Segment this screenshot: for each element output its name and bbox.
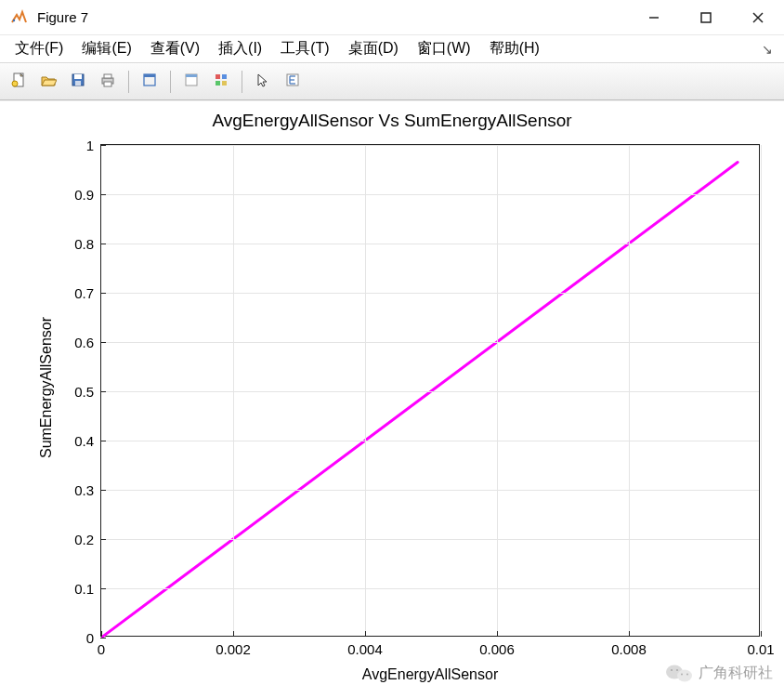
x-tick-label: 0.008 — [611, 636, 647, 657]
layout-icon — [141, 72, 158, 91]
gridline — [101, 342, 759, 343]
close-button[interactable] — [732, 0, 784, 35]
y-tick-label: 0.8 — [74, 236, 101, 252]
insert-button[interactable] — [280, 69, 306, 95]
svg-rect-10 — [75, 81, 81, 86]
new-file-button[interactable] — [6, 69, 32, 95]
svg-rect-12 — [104, 74, 111, 78]
gridline — [233, 145, 234, 636]
menu-insert[interactable]: 插入(I) — [211, 37, 269, 60]
y-tick-label: 0.9 — [74, 187, 101, 203]
y-tick-label: 0.3 — [74, 482, 101, 498]
insert-icon — [284, 72, 301, 91]
svg-rect-9 — [74, 74, 82, 79]
grid-button[interactable] — [208, 69, 234, 95]
series-line — [101, 163, 738, 638]
figure-canvas[interactable]: AvgEnergyAllSensor Vs SumEnergyAllSensor… — [0, 100, 784, 698]
menu-tools[interactable]: 工具(T) — [273, 37, 336, 60]
minimize-button[interactable] — [628, 0, 680, 35]
menu-view[interactable]: 查看(V) — [143, 37, 207, 60]
x-axis-label: AvgEnergyAllSensor — [362, 666, 498, 683]
svg-rect-18 — [216, 74, 220, 79]
print-button[interactable] — [95, 69, 121, 95]
svg-rect-19 — [222, 74, 227, 79]
toolbar-separator — [128, 71, 129, 93]
new-file-icon — [10, 72, 27, 91]
toolbar — [0, 63, 784, 100]
gridline — [101, 588, 759, 589]
gridline — [101, 391, 759, 392]
gridline — [365, 145, 366, 636]
x-tick-label: 0.002 — [216, 636, 251, 657]
maximize-button[interactable] — [680, 0, 732, 35]
svg-rect-2 — [701, 13, 711, 22]
gridline — [101, 244, 759, 244]
figure-icon — [183, 72, 200, 91]
y-tick-label: 0.4 — [74, 433, 101, 449]
x-tick-label: 0 — [98, 636, 105, 657]
svg-rect-21 — [222, 81, 227, 86]
svg-rect-17 — [186, 74, 197, 77]
chart-title: AvgEnergyAllSensor Vs SumEnergyAllSensor — [7, 109, 777, 135]
svg-rect-15 — [144, 74, 155, 77]
plot-axes[interactable]: 00.10.20.30.40.50.60.70.80.9100.0020.004… — [100, 144, 760, 637]
open-folder-icon — [40, 72, 57, 91]
menu-desktop[interactable]: 桌面(D) — [341, 37, 406, 60]
gridline — [101, 145, 759, 146]
window-titlebar: Figure 7 — [0, 0, 784, 35]
gridline — [101, 293, 759, 294]
gridline — [761, 145, 762, 636]
y-tick-label: 0.7 — [74, 285, 101, 301]
gridline — [101, 194, 759, 195]
y-tick-label: 0.5 — [74, 384, 101, 400]
menu-window[interactable]: 窗口(W) — [410, 37, 478, 60]
gridline — [101, 490, 759, 491]
gridline — [101, 441, 759, 441]
y-tick-label: 0.1 — [74, 581, 101, 597]
x-tick-label: 0.006 — [479, 636, 515, 657]
gridline — [101, 539, 759, 540]
layout-button[interactable] — [137, 69, 163, 95]
menu-overflow-icon[interactable]: ↘ — [762, 42, 784, 57]
y-tick-label: 1 — [86, 138, 101, 153]
figure-button[interactable] — [178, 69, 204, 95]
y-tick-label: 0.2 — [74, 532, 101, 547]
x-tick-label: 0.01 — [747, 636, 774, 657]
save-icon — [70, 72, 86, 91]
save-button[interactable] — [65, 69, 91, 95]
grid-icon — [213, 72, 229, 91]
svg-point-7 — [12, 81, 18, 86]
svg-rect-13 — [104, 82, 111, 86]
menu-file[interactable]: 文件(F) — [7, 37, 71, 60]
gridline — [629, 145, 630, 636]
y-axis-label: SumEnergyAllSensor — [38, 317, 55, 458]
open-button[interactable] — [35, 69, 61, 95]
print-icon — [99, 72, 116, 91]
x-tick-label: 0.004 — [347, 636, 383, 657]
menu-help[interactable]: 帮助(H) — [482, 37, 547, 60]
pointer-icon — [255, 72, 271, 91]
matlab-icon — [9, 8, 28, 27]
svg-rect-20 — [216, 81, 220, 86]
toolbar-separator — [242, 71, 242, 93]
menubar: 文件(F) 编辑(E) 查看(V) 插入(I) 工具(T) 桌面(D) 窗口(W… — [0, 35, 784, 63]
menu-edit[interactable]: 编辑(E) — [74, 37, 138, 60]
toolbar-separator — [170, 71, 171, 93]
gridline — [497, 145, 498, 636]
svg-point-0 — [13, 19, 15, 20]
y-tick-label: 0.6 — [74, 335, 101, 350]
pointer-button[interactable] — [250, 69, 276, 95]
window-title: Figure 7 — [37, 9, 88, 25]
